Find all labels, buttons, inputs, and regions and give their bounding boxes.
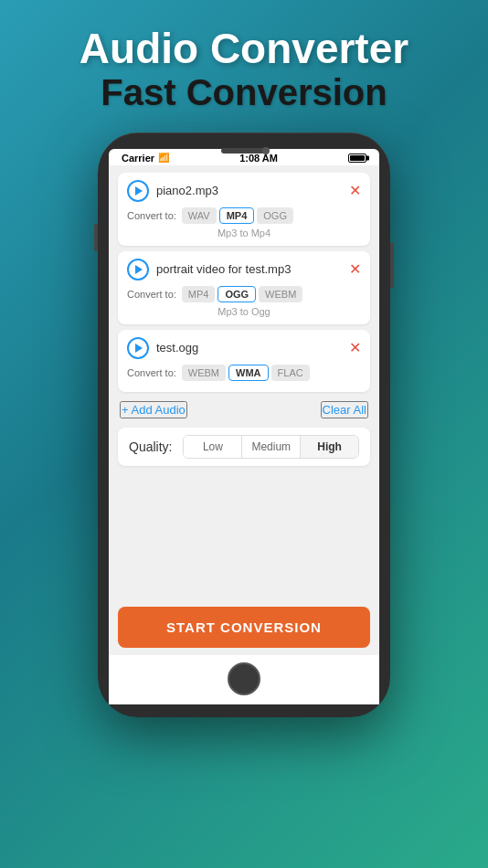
wifi-icon: 📶 xyxy=(158,153,169,163)
file-row-3: test.ogg ✕ xyxy=(127,337,361,359)
convert-label-2: Convert to: xyxy=(127,289,176,300)
quality-medium-button[interactable]: Medium xyxy=(242,436,301,458)
remove-button-3[interactable]: ✕ xyxy=(349,341,361,355)
play-icon-3 xyxy=(135,344,143,353)
file-row-2: portrait video for test.mp3 ✕ xyxy=(127,259,361,281)
play-icon-2 xyxy=(135,265,143,274)
file-card-2: portrait video for test.mp3 ✕ Convert to… xyxy=(118,251,370,324)
time-display: 1:08 AM xyxy=(239,153,278,164)
format-ogg-1[interactable]: OGG xyxy=(257,207,293,224)
format-buttons-2: MP4 OGG WEBM xyxy=(182,286,303,302)
convert-row-3: Convert to: WEBM WMA FLAC xyxy=(127,365,361,381)
battery-icon xyxy=(348,153,366,163)
file-left-2: portrait video for test.mp3 xyxy=(127,259,291,281)
format-mp4-1[interactable]: MP4 xyxy=(219,207,255,224)
format-ogg-2[interactable]: OGG xyxy=(217,286,256,302)
convert-label-1: Convert to: xyxy=(127,210,176,221)
format-wma-3[interactable]: WMA xyxy=(228,365,269,381)
app-title-line2: Fast Conversion xyxy=(80,72,408,112)
file-left-1: piano2.mp3 xyxy=(127,180,218,202)
app-title: Audio Converter Fast Conversion xyxy=(80,26,408,112)
play-icon-1 xyxy=(135,186,143,196)
status-left: Carrier 📶 xyxy=(122,153,169,164)
screen-content: piano2.mp3 ✕ Convert to: WAV MP4 OGG Mp3… xyxy=(109,165,379,601)
file-left-3: test.ogg xyxy=(127,337,198,359)
app-title-line1: Audio Converter xyxy=(80,26,408,72)
format-mp4-2[interactable]: MP4 xyxy=(182,286,216,302)
remove-button-1[interactable]: ✕ xyxy=(349,184,361,198)
convert-label-3: Convert to: xyxy=(127,367,176,378)
action-row: + Add Audio Clear All xyxy=(118,397,370,422)
quality-section: Quality: Low Medium High xyxy=(118,428,370,466)
format-flac-3[interactable]: FLAC xyxy=(271,365,310,381)
battery-fill xyxy=(350,155,365,161)
format-webm-2[interactable]: WEBM xyxy=(259,286,302,302)
start-btn-wrapper: START CONVERSION xyxy=(109,601,379,655)
format-webm-3[interactable]: WEBM xyxy=(182,365,226,381)
speaker xyxy=(221,148,267,153)
play-button-3[interactable] xyxy=(127,337,149,359)
format-wav-1[interactable]: WAV xyxy=(182,207,217,224)
format-buttons-3: WEBM WMA FLAC xyxy=(182,365,310,381)
clear-all-button[interactable]: Clear All xyxy=(321,401,368,418)
add-audio-button[interactable]: + Add Audio xyxy=(120,401,187,418)
play-button-1[interactable] xyxy=(127,180,149,202)
conversion-info-1: Mp3 to Mp4 xyxy=(127,228,361,238)
remove-button-2[interactable]: ✕ xyxy=(349,262,361,277)
camera xyxy=(262,147,270,154)
home-button[interactable] xyxy=(228,662,260,695)
file-name-3: test.ogg xyxy=(156,341,198,355)
phone-bottom xyxy=(109,655,379,704)
file-name-1: piano2.mp3 xyxy=(156,184,218,197)
format-buttons-1: WAV MP4 OGG xyxy=(182,207,293,224)
quality-buttons: Low Medium High xyxy=(183,435,359,459)
phone-screen: piano2.mp3 ✕ Convert to: WAV MP4 OGG Mp3… xyxy=(109,165,379,704)
conversion-info-2: Mp3 to Ogg xyxy=(127,306,361,317)
file-card-1: piano2.mp3 ✕ Convert to: WAV MP4 OGG Mp3… xyxy=(118,173,370,246)
file-card-3: test.ogg ✕ Convert to: WEBM WMA FLAC xyxy=(118,330,370,392)
file-name-2: portrait video for test.mp3 xyxy=(156,262,291,276)
status-right xyxy=(348,153,366,163)
convert-row-2: Convert to: MP4 OGG WEBM xyxy=(127,286,361,302)
convert-row-1: Convert to: WAV MP4 OGG xyxy=(127,207,361,224)
file-row-1: piano2.mp3 ✕ xyxy=(127,180,361,202)
quality-high-button[interactable]: High xyxy=(301,436,358,458)
quality-label: Quality: xyxy=(129,439,172,454)
start-conversion-button[interactable]: START CONVERSION xyxy=(118,607,370,648)
quality-low-button[interactable]: Low xyxy=(184,436,242,458)
phone-shell: Carrier 📶 1:08 AM piano2.mp3 xyxy=(98,132,390,717)
play-button-2[interactable] xyxy=(127,259,149,281)
carrier-label: Carrier xyxy=(122,153,154,164)
